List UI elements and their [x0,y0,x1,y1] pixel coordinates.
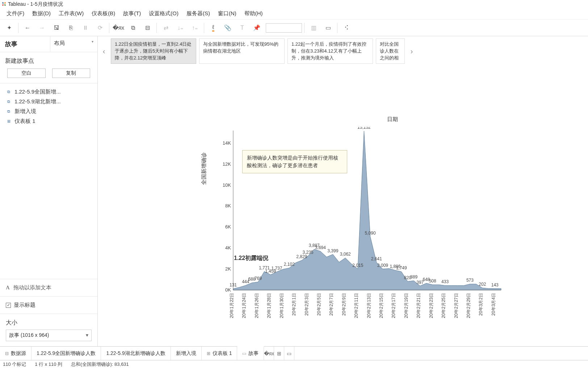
chart-y-title: 全国新增确诊 [201,152,207,185]
svg-text:20年2月3日: 20年2月3日 [304,293,309,316]
nav-prev-icon[interactable]: ‹ [100,47,108,55]
duplicate-button[interactable]: 复制 [52,69,91,78]
svg-text:20年3月2日: 20年3月2日 [478,293,483,316]
menu-window[interactable]: 窗口(N) [214,9,240,18]
new-dashboard-icon[interactable]: ⊞ [274,347,284,360]
menu-worksheet[interactable]: 工作表(W) [55,9,87,18]
menu-file[interactable]: 文件(F) [3,9,28,18]
status-bar: 110 个标记 1 行 x 110 列 总和(全国新增确诊): 83,631 [0,360,588,368]
svg-text:6K: 6K [225,224,231,230]
svg-text:2,102: 2,102 [284,262,295,267]
toolbar: ✦ ← → 🖫 ⎘ ⏸ ⟳ �ях ⧉ ⊟ ⇄ ↓₌ ↑₌ ℓ 📎 T 📌 ▥ … [0,20,588,36]
size-dropdown[interactable]: 故事 (1016 x 964) [6,330,92,341]
show-title-checkbox[interactable]: ✓显示标题 [0,296,97,314]
svg-text:20年1月24日: 20年1月24日 [242,293,247,318]
save-icon[interactable]: 🖫 [50,22,63,33]
tableau-icon[interactable]: ✦ [2,22,16,33]
highlight-icon[interactable]: ℓ [206,22,220,33]
clear-icon[interactable]: ⊟ [140,22,154,33]
sheet-tab[interactable]: 1.22-5.9全国新增确诊人数 [32,347,101,360]
tableau-logo-icon [1,1,7,7]
menu-story[interactable]: 故事(T) [119,9,144,18]
sheet-item[interactable]: ⧉1.22-5.9湖北新增... [0,97,97,107]
sheet-tab[interactable]: 1.22-5.9湖北新增确诊人数 [101,347,171,360]
worksheet-icon: ⧉ [6,99,12,104]
back-icon[interactable]: ← [21,22,34,33]
nav-next-icon[interactable]: › [408,47,416,55]
svg-text:508: 508 [429,278,436,284]
svg-text:0K: 0K [225,287,231,293]
new-worksheet-icon[interactable]: �ях [264,347,274,360]
layout-dropdown[interactable]: 布局 [50,36,97,52]
svg-text:20年1月22日: 20年1月22日 [229,293,234,318]
duplicate-icon[interactable]: ⧉ [126,22,140,33]
svg-text:5,090: 5,090 [365,231,376,236]
sheet-item[interactable]: ⧉新增入境 [0,107,97,116]
svg-text:1,737: 1,737 [271,266,282,271]
menu-data[interactable]: 数据(D) [29,9,54,18]
menu-help[interactable]: 帮助(H) [241,9,266,18]
pin-icon[interactable]: 📌 [250,22,264,33]
svg-text:20年2月9日: 20年2月9日 [341,293,346,316]
pause-icon[interactable]: ⏸ [79,22,92,33]
svg-text:20年2月17日: 20年2月17日 [391,293,396,318]
story-caption[interactable]: 1.22日全国疫情初显，一直到2.4日处于逐步上升，随后5天时间有小幅下降，并在… [111,38,196,64]
sheet-item[interactable]: ⧉1.22-5.9全国新增... [0,87,97,97]
chart-svg: 0K2K4K6K8K10K12K14K20年1月22日20年1月24日20年1月… [219,127,505,330]
svg-text:769: 769 [255,276,262,281]
svg-text:433: 433 [441,279,449,284]
svg-text:2,009: 2,009 [377,263,388,268]
menu-format[interactable]: 设置格式(O) [145,9,182,18]
svg-text:20年2月7日: 20年2月7日 [329,293,334,316]
dashboard-icon: ⊞ [6,119,12,124]
svg-text:573: 573 [466,278,474,283]
sort-asc-icon[interactable]: ↓₌ [173,22,187,33]
story-icon: ▭ [242,351,246,356]
svg-text:1,749: 1,749 [396,265,407,270]
dashboard-icon: ⊞ [207,351,210,356]
svg-text:202: 202 [479,282,486,287]
sheet-tab[interactable]: ⊞仪表板 1 [202,347,238,360]
story-caption[interactable]: 对比全国诊人数在之间的相 [376,38,405,64]
refresh-icon[interactable]: ⟳ [93,22,107,33]
svg-text:20年2月11日: 20年2月11日 [354,293,359,318]
status-sum: 总和(全国新增确诊): 83,631 [71,361,129,368]
sheet-tab[interactable]: 新增入境 [171,347,202,360]
forward-icon[interactable]: → [35,22,49,33]
svg-text:3,694: 3,694 [315,245,326,250]
svg-text:14K: 14K [223,140,231,146]
sheet-tabs: ⊟数据源 1.22-5.9全国新增确诊人数 1.22-5.9湖北新增确诊人数 新… [0,346,588,360]
chart-x-title: 日期 [387,116,398,123]
toolbar-search[interactable] [266,23,302,33]
new-sheet-icon[interactable]: �ях [112,22,125,33]
share-icon[interactable]: ⠪ [340,22,353,33]
worksheet-icon: ⧉ [6,90,12,95]
svg-text:143: 143 [491,282,499,288]
svg-text:3,235: 3,235 [302,250,313,255]
svg-text:10K: 10K [223,182,231,188]
menu-dashboard[interactable]: 仪表板(B) [88,9,119,18]
new-datasource-icon[interactable]: ⎘ [64,22,78,33]
story-navigator: ‹ 1.22日全国疫情初显，一直到2.4日处于逐步上升，随后5天时间有小幅下降，… [100,36,586,65]
sheet-item[interactable]: ⊞仪表板 1 [0,116,97,126]
story-caption[interactable]: 与全国新增数据对比，可发现95%的病情都在湖北地区 [199,38,285,64]
presentation-icon[interactable]: ▭ [321,22,335,33]
drag-text-tool[interactable]: A拖动以添加文本 [0,279,97,296]
label-icon[interactable]: T [235,22,249,33]
area-chart[interactable]: 日期 全国新增确诊 新增确诊人数突增是由于开始推行使用核酸检测法，确诊了更多潜在… [201,69,584,346]
status-rows: 1 行 x 110 列 [35,361,62,368]
menu-server[interactable]: 服务器(S) [183,9,214,18]
sheet-tab-active[interactable]: ▭故事 [237,346,264,360]
svg-text:20年2月5日: 20年2月5日 [316,293,322,316]
attach-icon[interactable]: 📎 [221,22,235,33]
showme-icon[interactable]: ▥ [307,22,320,33]
story-caption[interactable]: 1.22起一个月后，疫情得到了有效控制，但在3.23和4.12又有了小幅上升，推… [287,38,373,64]
new-story-icon[interactable]: ▭ [284,347,294,360]
blank-button[interactable]: 空白 [7,69,46,78]
datasource-icon: ⊟ [5,351,9,356]
swap-icon[interactable]: ⇄ [159,22,173,33]
svg-text:3,399: 3,399 [327,248,338,253]
sort-desc-icon[interactable]: ↑₌ [188,22,202,33]
checkbox-checked-icon: ✓ [6,303,11,308]
datasource-tab[interactable]: ⊟数据源 [0,347,32,360]
